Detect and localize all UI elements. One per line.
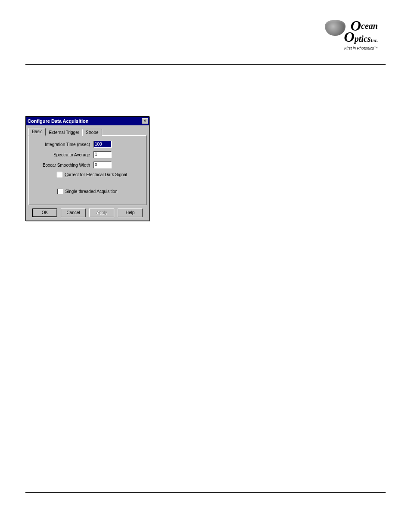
logo-inc: Inc. xyxy=(371,38,378,43)
globe-icon xyxy=(325,20,346,36)
footer-rule xyxy=(25,492,386,493)
dialog-button-row: OK Cancel Apply Help xyxy=(28,208,146,217)
row-boxcar-width: Boxcar Smoothing Width 0 xyxy=(33,162,142,168)
integration-time-input[interactable]: 100 xyxy=(93,141,112,148)
close-button[interactable]: × xyxy=(142,118,148,124)
help-button[interactable]: Help xyxy=(118,208,143,217)
configure-data-acquisition-dialog: Configure Data Acquisition × BasicExtern… xyxy=(25,116,149,221)
logo-line1: cean xyxy=(361,21,378,31)
correct-dark-label: Correct for Electrical Dark Signal xyxy=(65,172,127,177)
tab-strobe[interactable]: Strobe xyxy=(82,129,102,136)
spectra-average-input[interactable]: 1 xyxy=(93,151,112,158)
boxcar-width-label: Boxcar Smoothing Width xyxy=(33,163,93,168)
close-icon: × xyxy=(144,118,146,123)
logo-row: Ocean OpticsInc. xyxy=(305,20,378,46)
integration-time-label: Integration Time (msec) xyxy=(33,142,93,147)
tab-basic[interactable]: Basic xyxy=(28,128,46,136)
tab-strip: BasicExternal TriggerStrobe xyxy=(28,128,146,136)
correct-dark-checkbox[interactable] xyxy=(57,172,62,177)
apply-button: Apply xyxy=(89,208,114,217)
row-correct-dark: Correct for Electrical Dark Signal xyxy=(57,172,142,177)
row-integration-time: Integration Time (msec) 100 xyxy=(33,141,142,148)
row-single-threaded: Single-threaded Acquisition xyxy=(33,189,142,194)
dialog-title: Configure Data Acquisition xyxy=(28,118,88,124)
boxcar-width-input[interactable]: 0 xyxy=(93,162,112,168)
company-logo: Ocean OpticsInc. First in Photonics™ xyxy=(305,20,378,55)
logo-slogan: First in Photonics™ xyxy=(305,46,378,50)
header-rule xyxy=(25,64,386,65)
tab-external-trigger[interactable]: External Trigger xyxy=(45,129,83,136)
dialog-titlebar[interactable]: Configure Data Acquisition × xyxy=(26,117,149,125)
page-outer: Ocean OpticsInc. First in Photonics™ Con… xyxy=(0,0,411,532)
logo-line2: ptics xyxy=(355,34,371,44)
logo-text: Ocean OpticsInc. xyxy=(344,20,378,46)
cancel-button[interactable]: Cancel xyxy=(61,208,86,217)
tab-panel-basic: Integration Time (msec) 100 Spectra to A… xyxy=(28,135,146,205)
dialog-body: BasicExternal TriggerStrobe Integration … xyxy=(26,125,149,221)
single-threaded-label: Single-threaded Acquisition xyxy=(65,189,117,194)
ok-button[interactable]: OK xyxy=(32,208,57,217)
single-threaded-checkbox[interactable] xyxy=(57,189,63,194)
spectra-average-label: Spectra to Average xyxy=(33,152,93,157)
page-inner: Ocean OpticsInc. First in Photonics™ Con… xyxy=(8,8,403,524)
row-spectra-average: Spectra to Average 1 xyxy=(33,151,142,158)
